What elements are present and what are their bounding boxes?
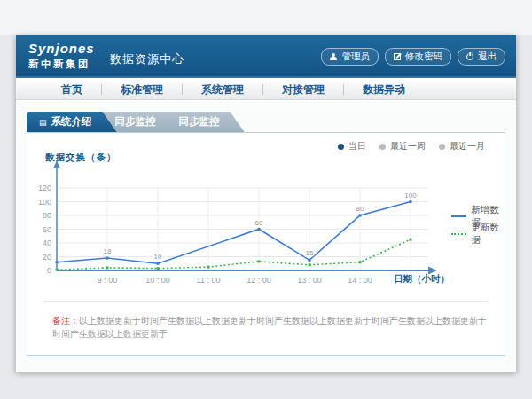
data-point — [410, 239, 412, 241]
x-tick-label: 10 : 00 — [145, 276, 170, 285]
data-point — [56, 269, 59, 271]
admin-button-label: 管理员 — [342, 51, 371, 63]
range-option-2[interactable]: 最近一周 — [379, 140, 426, 153]
y-tick-label: 100 — [38, 198, 51, 207]
logout-button[interactable]: 退出 — [458, 48, 505, 66]
y-tick-label: 60 — [43, 225, 51, 234]
app-header: Synjones 新中新集团 数据资源中心 管理员 修改密码 退出 — [16, 35, 516, 78]
page-title: 数据资源中心 — [110, 51, 184, 67]
brand-logo-cn: 新中新集团 — [28, 59, 95, 70]
logout-label: 退出 — [478, 51, 497, 63]
legend-label: 更新数据 — [471, 222, 505, 246]
tab-label: 同步监控 — [179, 116, 220, 127]
note-text: 以上数据更新于时间产生数据以上数据更新于时间产生数据以上数据更新于时间产生数据以… — [52, 316, 487, 339]
range-option-label: 当日 — [348, 140, 366, 153]
tick-labels: 0204060801001209 : 0010 : 0011 : 0012 : … — [38, 184, 372, 285]
data-point — [309, 263, 311, 266]
x-tick-label: 11 : 00 — [197, 276, 221, 285]
user-icon — [330, 53, 338, 61]
axes — [53, 160, 437, 275]
data-point — [258, 260, 261, 262]
y-tick-label: 0 — [47, 266, 51, 275]
nav-item-2[interactable]: 标准管理 — [102, 82, 182, 98]
x-tick-label: 13 : 00 — [297, 276, 322, 285]
data-point — [157, 267, 160, 270]
data-point — [157, 262, 160, 265]
note: 备注：以上数据更新于时间产生数据以上数据更新于时间产生数据以上数据更新于时间产生… — [52, 314, 490, 340]
tab-1[interactable]: ▤系统介绍 — [27, 112, 117, 132]
data-point — [56, 261, 59, 263]
brand-logo-en: Synjones — [28, 42, 95, 57]
range-selector: 当日最近一周最近一月 — [338, 140, 485, 153]
note-divider — [43, 301, 489, 302]
legend-line-sample — [451, 215, 466, 217]
edit-icon — [394, 53, 401, 60]
data-point — [106, 266, 109, 269]
note-label: 备注： — [52, 316, 79, 325]
chart-legend: 新增数据更新数据 — [451, 207, 505, 243]
app-window: Synjones 新中新集团 数据资源中心 管理员 修改密码 退出 首页标准管理… — [16, 35, 516, 372]
y-axis-arrow — [53, 160, 60, 168]
page: { "brand": { "logo_line1": "Synjones", "… — [0, 0, 532, 399]
legend-line-sample — [451, 233, 466, 235]
range-option-3[interactable]: 最近一月 — [439, 140, 485, 153]
brand-logo: Synjones 新中新集团 — [28, 42, 95, 69]
data-point — [258, 228, 261, 231]
nav-item-5[interactable]: 数据异动 — [344, 82, 424, 98]
nav-item-4[interactable]: 对接管理 — [263, 82, 343, 98]
data-point-label: 18 — [104, 247, 112, 255]
tab-bar: ▤系统介绍同步监控同步监控 — [27, 112, 231, 132]
change-password-button[interactable]: 修改密码 — [385, 48, 451, 66]
data-point — [207, 266, 210, 269]
desktop-top-strip — [0, 0, 532, 35]
y-tick-label: 20 — [43, 253, 51, 262]
y-tick-label: 120 — [38, 184, 51, 192]
tab-label: 系统介绍 — [51, 116, 92, 127]
x-axis-title: 日期（小时） — [394, 273, 450, 286]
data-point-label: 60 — [255, 219, 263, 227]
admin-button[interactable]: 管理员 — [321, 48, 379, 66]
data-point-label: 100 — [404, 192, 417, 200]
y-tick-label: 80 — [43, 211, 51, 220]
user-bar: 管理员 修改密码 退出 — [321, 48, 506, 66]
power-icon — [466, 53, 473, 60]
data-point — [410, 200, 412, 203]
tab-label: 同步监控 — [115, 116, 156, 127]
nav-item-3[interactable]: 系统管理 — [183, 82, 262, 98]
x-tick-label: 12 : 00 — [246, 276, 271, 285]
radio-icon — [439, 144, 445, 150]
chart-panel: 当日最近一周最近一月 数据交换（条） 0204060801001209 : 00… — [27, 132, 505, 356]
range-option-label: 最近一月 — [450, 140, 485, 153]
radio-icon — [338, 144, 344, 150]
data-point-label: 10 — [154, 253, 162, 261]
nav-item-1[interactable]: 首页 — [43, 82, 101, 98]
range-option-label: 最近一周 — [390, 140, 426, 153]
content-area: ▤系统介绍同步监控同步监控 当日最近一周最近一月 数据交换（条） 0204060… — [16, 101, 516, 372]
document-icon: ▤ — [39, 118, 47, 127]
data-point — [309, 259, 311, 262]
x-tick-label: 9 : 00 — [98, 276, 118, 285]
data-point-label: 15 — [306, 249, 314, 257]
data-point — [359, 215, 362, 217]
data-point — [106, 257, 109, 260]
data-point-label: 80 — [356, 205, 364, 213]
range-option-1[interactable]: 当日 — [338, 140, 366, 153]
y-tick-label: 40 — [43, 239, 51, 247]
data-point — [359, 261, 362, 263]
legend-item-2: 更新数据 — [451, 225, 505, 243]
x-tick-label: 14 : 00 — [348, 276, 372, 285]
radio-icon — [379, 144, 386, 150]
change-password-label: 修改密码 — [405, 51, 442, 63]
nav: 首页标准管理系统管理对接管理数据异动 — [16, 80, 516, 100]
